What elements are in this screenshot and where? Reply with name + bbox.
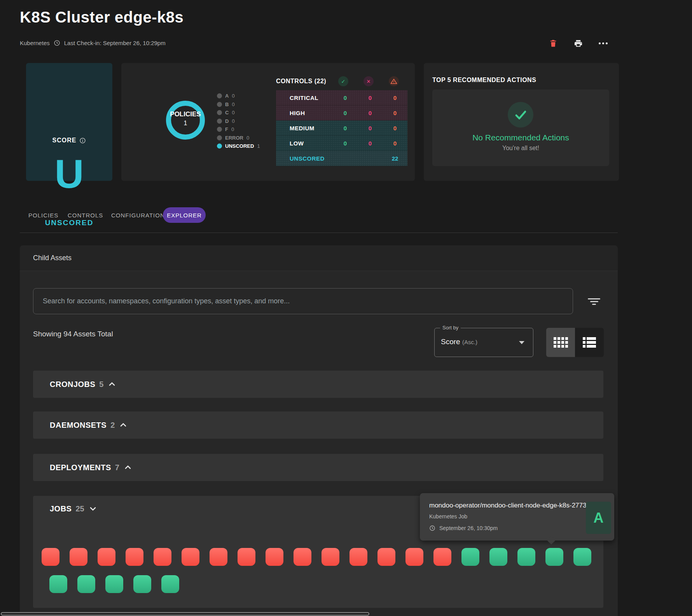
filter-icon[interactable] — [586, 296, 602, 307]
job-asset-tile[interactable] — [154, 548, 171, 566]
legend-dot-icon — [217, 135, 222, 140]
job-asset-tile[interactable] — [517, 548, 535, 566]
job-asset-tile[interactable] — [238, 548, 255, 566]
asset-search-box — [33, 288, 573, 314]
job-asset-tile[interactable] — [545, 548, 563, 566]
section-name: JOBS — [50, 504, 72, 513]
tab-controls[interactable]: CONTROLS — [68, 212, 103, 219]
job-asset-tile[interactable] — [133, 575, 151, 593]
job-asset-tile[interactable] — [42, 548, 59, 566]
error-count: 0 — [387, 125, 403, 131]
controls-row-high: HIGH 0 0 0 — [276, 105, 407, 121]
fail-x-icon: ✕ — [363, 76, 374, 86]
sort-by-label: Sort by — [440, 325, 461, 331]
job-asset-tile[interactable] — [266, 548, 283, 566]
legend-count: 0 — [232, 93, 234, 99]
job-asset-tile[interactable] — [161, 575, 179, 593]
controls-row-critical: CRITICAL 0 0 0 — [276, 90, 407, 105]
no-actions-subtitle: You're all set! — [432, 145, 609, 152]
fail-count: 0 — [362, 125, 378, 131]
k8s-cluster-dashboard: K8S Cluster edge-k8s Kubernetes Last Che… — [0, 0, 692, 616]
job-asset-tile[interactable] — [49, 575, 67, 593]
recommended-actions-title: TOP 5 RECOMMENDED ACTIONS — [432, 77, 536, 84]
asset-search-input[interactable] — [33, 289, 573, 314]
tabs-divider — [20, 233, 618, 233]
section-name: DAEMONSETS — [50, 421, 107, 430]
legend-dot-icon — [217, 110, 222, 115]
sort-value: Score (Asc.) — [441, 338, 477, 346]
job-asset-tile[interactable] — [105, 575, 123, 593]
delete-icon[interactable] — [547, 37, 559, 49]
row-label: MEDIUM — [290, 125, 315, 131]
sort-by-dropdown[interactable]: Sort by Score (Asc.) — [434, 328, 533, 357]
legend-dot-icon — [217, 93, 222, 98]
info-icon[interactable] — [79, 137, 86, 144]
section-count: 2 — [110, 421, 115, 430]
controls-row-low: LOW 0 0 0 — [276, 136, 407, 151]
grid-view-button[interactable] — [546, 328, 575, 357]
job-asset-tile[interactable] — [98, 548, 115, 566]
job-asset-tile[interactable] — [322, 548, 339, 566]
legend-label: A — [225, 93, 229, 99]
job-asset-tile[interactable] — [182, 548, 199, 566]
tab-configuration[interactable]: CONFIGURATION — [111, 212, 165, 219]
legend-count: 0 — [231, 126, 234, 132]
pass-count: 0 — [337, 125, 353, 131]
assets-total-label: Showing 94 Assets Total — [33, 330, 113, 338]
legend-label: C — [225, 110, 229, 116]
policy-legend-item: ERROR0 — [217, 134, 260, 142]
pass-count: 0 — [337, 110, 353, 116]
fail-count: 0 — [362, 94, 378, 101]
grid-view-icon — [554, 337, 568, 348]
chevron-up-icon — [107, 380, 117, 389]
chevron-up-icon — [119, 420, 128, 430]
tab-policies[interactable]: POLICIES — [28, 212, 58, 219]
view-toggle-group — [546, 328, 604, 357]
job-asset-tile[interactable] — [377, 548, 395, 566]
section-deployments[interactable]: DEPLOYMENTS 7 — [33, 454, 603, 481]
job-asset-tile[interactable] — [405, 548, 423, 566]
legend-label: B — [225, 102, 229, 107]
policies-donut-label: POLICIES 1 — [158, 110, 213, 127]
job-asset-tile[interactable] — [349, 548, 367, 566]
job-asset-tile[interactable] — [461, 548, 479, 566]
more-options-icon[interactable] — [597, 37, 609, 49]
legend-count: 0 — [232, 110, 234, 116]
job-asset-tile[interactable] — [573, 548, 591, 566]
unscored-count: 22 — [387, 155, 403, 162]
child-assets-title: Child Assets — [33, 254, 72, 262]
legend-count: 1 — [257, 143, 260, 149]
recommended-actions-panel — [432, 89, 609, 166]
section-name: DEPLOYMENTS — [50, 463, 111, 472]
donut-title: POLICIES — [158, 110, 213, 118]
donut-count: 1 — [158, 120, 213, 127]
tab-explorer[interactable]: EXPLORER — [163, 207, 206, 223]
page-title: K8S Cluster edge-k8s — [20, 9, 183, 26]
job-asset-tile[interactable] — [294, 548, 311, 566]
job-asset-tile[interactable] — [433, 548, 451, 566]
chevron-down-icon — [88, 504, 98, 513]
legend-dot-icon — [217, 144, 222, 149]
print-icon[interactable] — [572, 37, 584, 49]
legend-label: ERROR — [225, 135, 243, 141]
job-asset-tile[interactable] — [77, 575, 95, 593]
section-daemonsets[interactable]: DAEMONSETS 2 — [33, 411, 603, 439]
job-asset-tile[interactable] — [489, 548, 507, 566]
legend-label: F — [225, 126, 228, 132]
tooltip-timestamp: September 26, 10:30pm — [439, 525, 498, 531]
error-count: 0 — [387, 140, 403, 147]
jobs-tile-row-2 — [49, 575, 179, 593]
legend-dot-icon — [217, 119, 222, 124]
section-cronjobs[interactable]: CRONJOBS 5 — [33, 371, 603, 398]
last-checkin-label: Last Check-in: September 26, 10:29pm — [64, 40, 166, 46]
job-asset-tile[interactable] — [210, 548, 227, 566]
row-label: LOW — [290, 140, 304, 147]
sort-direction: (Asc.) — [462, 339, 477, 345]
job-asset-tile[interactable] — [70, 548, 87, 566]
horizontal-scrollbar-thumb[interactable] — [1, 612, 369, 616]
score-header: SCORE — [26, 137, 112, 144]
section-count: 25 — [75, 504, 84, 513]
list-view-button[interactable] — [575, 328, 604, 357]
section-jobs-header[interactable]: JOBS 25 — [50, 496, 98, 522]
job-asset-tile[interactable] — [126, 548, 143, 566]
